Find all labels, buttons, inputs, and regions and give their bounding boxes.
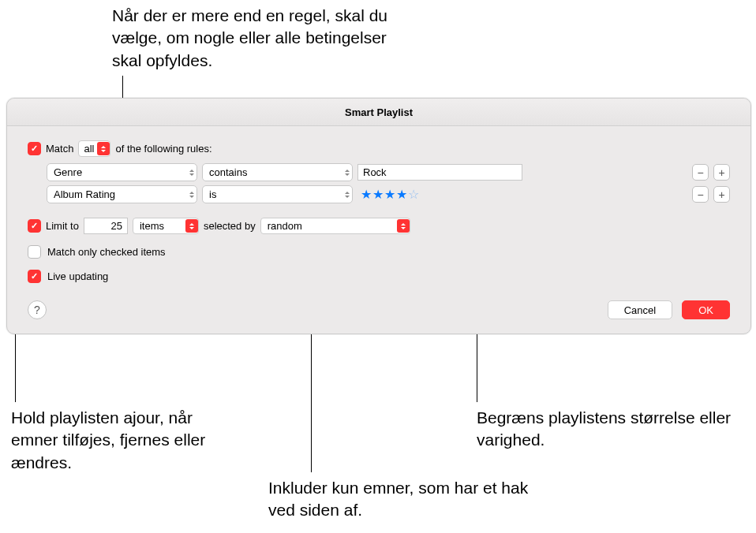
- ok-button[interactable]: OK: [682, 300, 730, 319]
- match-only-label: Match only checked items: [47, 246, 166, 258]
- chevron-icon: [185, 219, 198, 233]
- rule-stars-input[interactable]: ★ ★ ★ ★ ☆: [357, 187, 419, 202]
- add-rule-button[interactable]: +: [713, 164, 730, 181]
- match-mode-value: all: [84, 143, 94, 155]
- callout-bottom-right: Begræns playlistens størrelse eller vari…: [477, 407, 737, 452]
- callout-bottom-center: Inkluder kun emner, som har et hak ved s…: [268, 477, 529, 522]
- callout-line-left: [15, 324, 16, 402]
- callout-top: Når der er mere end en regel, skal du væ…: [112, 5, 412, 72]
- limit-unit-select[interactable]: items: [133, 218, 199, 234]
- match-label-after: of the following rules:: [115, 143, 211, 155]
- rule-field-select[interactable]: Album Rating: [47, 185, 197, 203]
- limit-row: Limit to 25 items selected by random: [28, 218, 730, 234]
- limit-unit-value: items: [140, 220, 182, 232]
- star-icon: ★: [384, 187, 395, 202]
- star-icon: ★: [372, 187, 384, 202]
- rule-field-select[interactable]: Genre: [47, 163, 197, 181]
- limit-value-input[interactable]: 25: [84, 218, 128, 234]
- rule-row: Genre contains Rock − +: [47, 163, 730, 181]
- star-empty-icon: ☆: [408, 187, 419, 202]
- dialog-window: Smart Playlist Match all of the followin…: [6, 98, 751, 334]
- cancel-button[interactable]: Cancel: [608, 300, 672, 319]
- limit-checkbox[interactable]: [28, 219, 41, 233]
- live-updating-row: Live updating: [28, 270, 730, 283]
- match-only-checkbox[interactable]: [28, 245, 41, 259]
- chevron-icon: [345, 170, 350, 176]
- rules-list: Genre contains Rock − + Album Rating: [47, 163, 730, 203]
- rule-value-input[interactable]: Rock: [357, 164, 522, 181]
- match-checkbox[interactable]: [28, 142, 41, 155]
- remove-rule-button[interactable]: −: [692, 186, 709, 203]
- rule-op-value: is: [209, 188, 216, 200]
- callout-bottom-left: Hold playlisten ajour, når emner tilføje…: [11, 407, 232, 474]
- rule-row: Album Rating is ★ ★ ★ ★ ☆ − +: [47, 185, 730, 203]
- chevron-icon: [189, 192, 194, 198]
- match-row: Match all of the following rules:: [28, 140, 730, 157]
- rule-field-value: Genre: [54, 166, 82, 178]
- chevron-icon: [345, 192, 350, 198]
- rule-op-select[interactable]: is: [202, 185, 353, 203]
- rule-field-value: Album Rating: [54, 188, 115, 200]
- live-updating-label: Live updating: [47, 270, 108, 282]
- selected-by-value: random: [268, 220, 394, 232]
- star-icon: ★: [396, 187, 407, 202]
- dialog-footer: ? Cancel OK: [28, 286, 730, 319]
- match-label-before: Match: [46, 143, 73, 155]
- remove-rule-button[interactable]: −: [692, 164, 709, 181]
- selected-by-select[interactable]: random: [260, 218, 410, 234]
- chevron-icon: [189, 170, 194, 176]
- chevron-icon: [397, 219, 410, 233]
- star-icon: ★: [361, 187, 372, 202]
- limit-label: Limit to: [46, 220, 79, 232]
- match-mode-select[interactable]: all: [78, 140, 110, 157]
- window-title: Smart Playlist: [7, 99, 750, 126]
- selected-by-label: selected by: [204, 220, 256, 232]
- rule-op-select[interactable]: contains: [202, 163, 353, 181]
- live-updating-checkbox[interactable]: [28, 270, 41, 283]
- rule-op-value: contains: [209, 166, 247, 178]
- help-button[interactable]: ?: [28, 300, 47, 319]
- match-only-row: Match only checked items: [28, 245, 730, 259]
- add-rule-button[interactable]: +: [713, 186, 730, 203]
- chevron-icon: [97, 142, 110, 155]
